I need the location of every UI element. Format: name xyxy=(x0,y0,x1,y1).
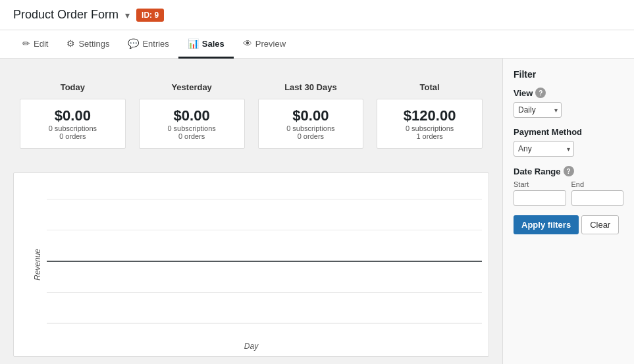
tab-entries[interactable]: 💬 Entries xyxy=(119,30,178,59)
view-label: View ? xyxy=(514,88,623,98)
stat-orders-total: 1 orders xyxy=(383,132,477,140)
view-select[interactable]: Daily Weekly Monthly xyxy=(514,102,562,118)
date-range-row: Start End xyxy=(514,180,623,206)
start-date-input[interactable] xyxy=(514,190,566,206)
tab-sales[interactable]: 📊 Sales xyxy=(178,30,234,59)
stat-amount-total: $120.00 xyxy=(383,107,477,124)
sales-icon: 📊 xyxy=(188,38,199,49)
stat-amount-yesterday: $0.00 xyxy=(145,107,239,124)
stat-box-today: $0.00 0 subscriptions 0 orders xyxy=(20,99,126,149)
chart-y-label: Revenue xyxy=(33,249,42,280)
form-title: Product Order Form xyxy=(13,8,119,22)
stat-title-last30: Last 30 Days xyxy=(258,82,364,92)
stat-orders-last30: 0 orders xyxy=(264,132,358,140)
payment-method-select[interactable]: Any Credit Card PayPal xyxy=(514,141,574,157)
tab-edit[interactable]: ✏ Edit xyxy=(13,30,57,59)
tab-edit-label: Edit xyxy=(34,39,48,49)
stat-card-total: Total $120.00 0 subscriptions 1 orders xyxy=(370,72,489,159)
end-label: End xyxy=(571,180,624,188)
stat-card-last30: Last 30 Days $0.00 0 subscriptions 0 ord… xyxy=(251,72,371,159)
filter-buttons: Apply filters Clear xyxy=(514,215,623,234)
tab-sales-label: Sales xyxy=(202,39,225,49)
main-content: Today $0.00 0 subscriptions 0 orders Yes… xyxy=(0,59,502,364)
chevron-down-icon[interactable]: ▾ xyxy=(125,10,130,20)
date-range-label: Date Range ? xyxy=(514,166,623,176)
filter-title: Filter xyxy=(514,69,623,80)
preview-icon: 👁 xyxy=(243,38,252,49)
stat-sub-total: 0 subscriptions xyxy=(383,124,477,132)
edit-icon: ✏ xyxy=(22,38,30,49)
payment-select-wrapper: Any Credit Card PayPal ▾ xyxy=(514,141,574,157)
stat-amount-last30: $0.00 xyxy=(264,107,358,124)
chart-x-label: Day xyxy=(244,342,258,351)
stats-row: Today $0.00 0 subscriptions 0 orders Yes… xyxy=(13,72,489,159)
tab-settings-label: Settings xyxy=(78,39,109,49)
gear-icon: ⚙ xyxy=(66,38,75,49)
stat-card-yesterday: Yesterday $0.00 0 subscriptions 0 orders xyxy=(132,72,251,159)
stat-sub-today: 0 subscriptions xyxy=(26,124,120,132)
header-bar: Product Order Form ▾ ID: 9 xyxy=(0,0,634,30)
id-badge: ID: 9 xyxy=(136,9,164,22)
date-range-help-icon[interactable]: ? xyxy=(564,166,574,176)
content-area: Today $0.00 0 subscriptions 0 orders Yes… xyxy=(0,59,634,364)
entries-icon: 💬 xyxy=(128,38,139,49)
stat-orders-yesterday: 0 orders xyxy=(145,132,239,140)
tab-entries-label: Entries xyxy=(142,39,169,49)
apply-filters-button[interactable]: Apply filters xyxy=(514,215,579,234)
sidebar-filter: Filter View ? Daily Weekly Monthly ▾ Pay… xyxy=(502,59,634,364)
stat-box-yesterday: $0.00 0 subscriptions 0 orders xyxy=(139,99,245,149)
stat-box-total: $120.00 0 subscriptions 1 orders xyxy=(377,99,483,149)
tab-preview-label: Preview xyxy=(255,39,286,49)
end-date-input[interactable] xyxy=(571,190,624,206)
page-wrapper: Product Order Form ▾ ID: 9 ✏ Edit ⚙ Sett… xyxy=(0,0,634,364)
stat-sub-last30: 0 subscriptions xyxy=(264,124,358,132)
end-date-field: End xyxy=(571,180,624,206)
stat-orders-today: 0 orders xyxy=(26,132,120,140)
clear-button[interactable]: Clear xyxy=(581,215,619,234)
view-help-icon[interactable]: ? xyxy=(535,88,546,98)
tab-settings[interactable]: ⚙ Settings xyxy=(57,30,119,59)
chart-container: Revenue 1.0 0.5 0.0 xyxy=(13,172,489,357)
stat-box-last30: $0.00 0 subscriptions 0 orders xyxy=(258,99,364,149)
stat-title-total: Total xyxy=(377,82,483,92)
start-date-field: Start xyxy=(514,180,566,206)
stat-card-today: Today $0.00 0 subscriptions 0 orders xyxy=(13,72,132,159)
chart-svg: 1.0 0.5 0.0 -0.5 -1.0 xyxy=(47,186,482,336)
payment-method-label: Payment Method xyxy=(514,127,623,137)
view-select-wrapper: Daily Weekly Monthly ▾ xyxy=(514,102,562,118)
nav-tabs: ✏ Edit ⚙ Settings 💬 Entries 📊 Sales 👁 Pr… xyxy=(0,30,634,59)
stat-amount-today: $0.00 xyxy=(26,107,120,124)
stat-title-today: Today xyxy=(20,82,126,92)
stat-sub-yesterday: 0 subscriptions xyxy=(145,124,239,132)
stat-title-yesterday: Yesterday xyxy=(139,82,245,92)
tab-preview[interactable]: 👁 Preview xyxy=(234,30,295,59)
start-label: Start xyxy=(514,180,566,188)
